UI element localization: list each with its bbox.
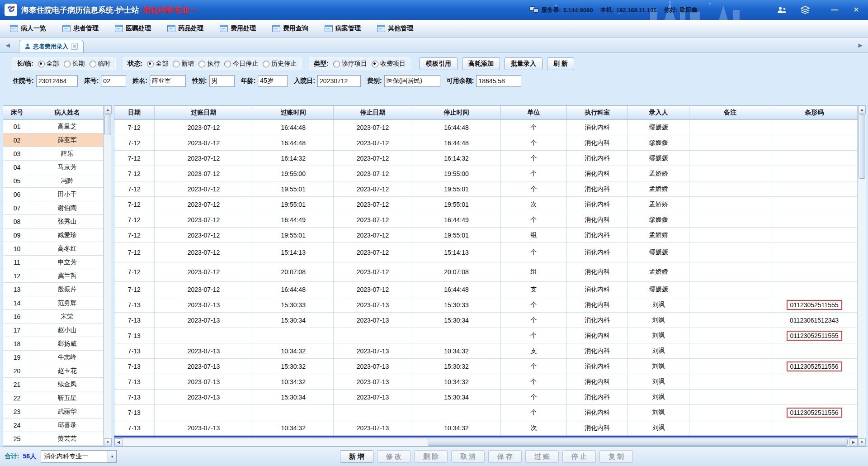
status-radio-option[interactable]: 今日停止 [224, 60, 258, 68]
patient-row[interactable]: 21 续金凤 [3, 378, 104, 391]
patient-row[interactable]: 06 田小干 [3, 188, 104, 201]
scrollbar-thumb[interactable] [104, 114, 111, 135]
users-icon[interactable] [777, 6, 788, 14]
fee-row[interactable]: 7-13 2023-07-13 10:34:32 2023-07-13 10:3… [114, 374, 858, 390]
patient-list-scrollbar[interactable]: ▲ ▼ [104, 106, 112, 446]
horizontal-scroll-thumb[interactable] [428, 439, 848, 446]
patient-row[interactable]: 07 谢伯陶 [3, 201, 104, 215]
field-value-input[interactable]: 23012464 [36, 75, 78, 87]
minimize-button[interactable]: — [829, 6, 840, 14]
field-value-input[interactable]: 02 [101, 75, 126, 87]
patient-row[interactable]: 12 冀兰哲 [3, 269, 104, 283]
patient-row[interactable]: 01 高里芝 [3, 120, 104, 133]
field-value-input[interactable]: 男 [209, 75, 235, 87]
patient-row[interactable]: 17 赵小山 [3, 323, 104, 337]
menu-item[interactable]: 其他管理 [377, 24, 413, 33]
fee-row[interactable]: 7-13 2023-07-13 15:30:34 2023-07-13 15:3… [114, 390, 858, 405]
fee-row[interactable]: 7-12 2023-07-12 16:44:48 2023-07-12 16:4… [114, 135, 858, 151]
patient-row[interactable]: 19 牛志峰 [3, 351, 104, 364]
fee-row[interactable]: 7-13 2023-07-13 15:30:34 2023-07-13 15:3… [114, 313, 858, 328]
fee-row[interactable]: 7-12 2023-07-12 16:44:48 2023-07-12 16:4… [114, 282, 858, 297]
fee-row[interactable]: 7-12 2023-07-12 16:44:49 2023-07-12 16:4… [114, 212, 858, 228]
menu-item[interactable]: 药品处理 [167, 24, 203, 33]
fee-row[interactable]: 7-12 2023-07-12 15:14:13 2023-07-12 15:1… [114, 243, 858, 262]
menu-item[interactable]: 费用处理 [220, 24, 256, 33]
tab-scroll-left-icon[interactable]: ◀ [4, 39, 12, 51]
tab-close-icon[interactable]: ✕ [71, 43, 78, 50]
action-button[interactable]: 停 止 [562, 450, 596, 463]
field-value-input[interactable]: 20230712 [317, 75, 361, 87]
filter-action-button[interactable]: 高耗添加 [462, 57, 500, 70]
filter-action-button[interactable]: 刷 新 [547, 57, 574, 70]
patient-row[interactable]: 23 武丽华 [3, 405, 104, 418]
scroll-up-icon[interactable]: ▲ [858, 106, 866, 114]
patient-row[interactable]: 03 薛乐 [3, 147, 104, 161]
fee-row[interactable]: 7-13 2023-07-13 10:34:32 2023-07-13 10:3… [114, 343, 858, 359]
fee-row[interactable]: 7-12 2023-07-12 20:07:08 2023-07-12 20:0… [114, 262, 858, 282]
patient-row[interactable]: 13 殷振芹 [3, 283, 104, 296]
field-value-input[interactable]: 45岁 [258, 75, 288, 87]
fee-horizontal-scrollbar[interactable]: ◀ ▶ [114, 438, 858, 446]
fee-row[interactable]: 7-13 2023-07-13 10:34:32 2023-07-13 10:3… [114, 420, 858, 436]
fee-row[interactable]: 7-13 个 消化内科 刘飒 01123052511555 [114, 328, 858, 343]
patient-row[interactable]: 25 黄芸芸 [3, 432, 104, 446]
patient-row[interactable]: 14 范勇辉 [3, 296, 104, 310]
fee-row[interactable]: 7-12 2023-07-12 16:14:32 2023-07-12 16:1… [114, 151, 858, 166]
patient-row[interactable]: 22 靳五星 [3, 391, 104, 405]
filter-action-button[interactable]: 模板引用 [420, 57, 458, 70]
action-button[interactable]: 保 存 [488, 450, 522, 463]
fee-row[interactable]: 7-12 2023-07-12 19:55:01 2023-07-12 19:5… [114, 197, 858, 212]
status-radio-option[interactable]: 历史停止 [263, 60, 297, 68]
menu-item[interactable]: 病人一览 [10, 24, 46, 33]
fee-row[interactable]: 7-12 2023-07-12 19:55:01 2023-07-12 19:5… [114, 181, 858, 197]
layers-icon[interactable] [800, 6, 810, 14]
status-radio-option[interactable]: 执行 [198, 60, 220, 68]
menu-item[interactable]: 患者管理 [62, 24, 99, 33]
fee-row[interactable]: 7-13 2023-07-13 15:30:33 2023-07-13 15:3… [114, 297, 858, 313]
patient-row[interactable]: 02 薛亚军 [3, 133, 104, 147]
scroll-up-icon[interactable]: ▲ [104, 106, 112, 114]
tab-scroll-right-icon[interactable]: ▶ [856, 39, 864, 51]
status-radio-option[interactable]: 新增 [173, 60, 194, 68]
scroll-down-icon[interactable]: ▼ [858, 438, 866, 446]
filter-action-button[interactable]: 批量录入 [505, 57, 542, 70]
fee-row[interactable]: 7-12 2023-07-12 19:55:01 2023-07-12 19:5… [114, 228, 858, 243]
scrollbar-thumb[interactable] [859, 114, 865, 179]
patient-row[interactable]: 08 张秀山 [3, 215, 104, 228]
patient-row[interactable]: 24 邱喜录 [3, 418, 104, 432]
patient-row[interactable]: 09 臧爱珍 [3, 228, 104, 242]
menu-item[interactable]: 病案管理 [325, 24, 361, 33]
field-value-input[interactable]: 医保(国居民) [384, 75, 440, 87]
fee-row[interactable]: 7-13 2023-07-13 15:30:32 2023-07-13 15:3… [114, 359, 858, 374]
action-button[interactable]: 取 消 [451, 450, 485, 463]
action-button[interactable]: 新 增 [340, 450, 373, 463]
scroll-right-icon[interactable]: ▶ [849, 438, 858, 446]
type-radio-option[interactable]: 诊疗项目 [333, 60, 367, 68]
chevron-down-icon[interactable]: ▼ [108, 451, 116, 462]
patient-row[interactable]: 16 宋荣 [3, 310, 104, 323]
close-button[interactable]: ✕ [851, 6, 862, 14]
duration-radio-option[interactable]: 临时 [90, 60, 111, 68]
patient-row[interactable]: 10 高冬红 [3, 242, 104, 256]
fee-row[interactable]: 7-13 个 消化内科 刘飒 01123052511556 [114, 405, 858, 420]
field-value-input[interactable]: 18645.58 [476, 75, 521, 87]
action-button[interactable]: 复 制 [599, 450, 633, 463]
menu-item[interactable]: 费用查询 [272, 24, 308, 33]
scroll-left-icon[interactable]: ◀ [114, 438, 123, 446]
fee-row[interactable]: 7-12 2023-07-12 19:55:00 2023-07-12 19:5… [114, 166, 858, 181]
menu-item[interactable]: 医嘱处理 [115, 24, 151, 33]
tab-patient-fee-entry[interactable]: 患者费用录入 ✕ [19, 40, 84, 52]
patient-row[interactable]: 11 申立芳 [3, 256, 104, 269]
department-select[interactable]: 消化内科专业一 ▼ [41, 450, 117, 463]
patient-row[interactable]: 18 郄扬威 [3, 337, 104, 351]
field-value-input[interactable]: 薛亚军 [150, 75, 186, 87]
action-button[interactable]: 过 账 [525, 450, 559, 463]
action-button[interactable]: 修 改 [377, 450, 410, 463]
fee-row[interactable]: 7-12 2023-07-12 16:44:48 2023-07-12 16:4… [114, 120, 858, 135]
duration-radio-option[interactable]: 长期 [64, 60, 85, 68]
action-button[interactable]: 删 除 [414, 450, 448, 463]
duration-radio-option[interactable]: 全部 [38, 60, 59, 68]
horizontal-scroll-track[interactable] [123, 438, 849, 446]
patient-row[interactable]: 04 马京芳 [3, 161, 104, 174]
fee-vertical-scrollbar[interactable]: ▲ ▼ [858, 106, 866, 446]
